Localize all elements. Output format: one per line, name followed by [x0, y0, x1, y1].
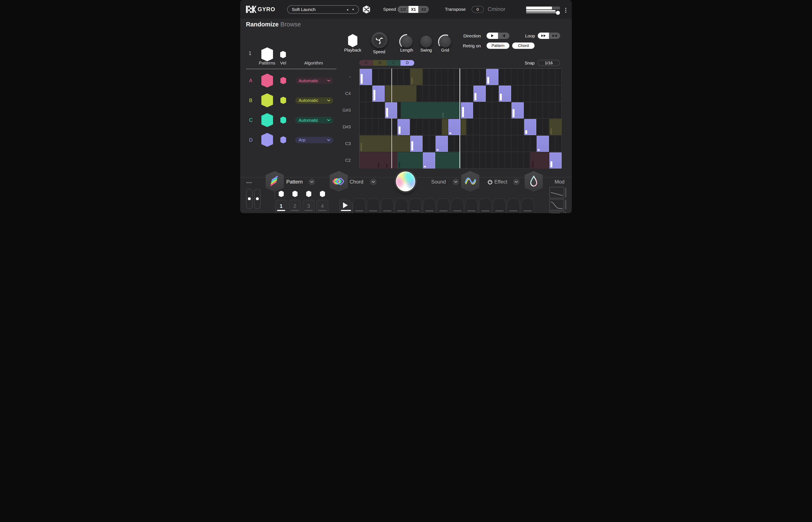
effect-section-hexagon[interactable] — [461, 171, 479, 192]
swing-knob[interactable] — [420, 36, 432, 47]
mod-panel-1-fader[interactable] — [565, 188, 566, 198]
step-button-6[interactable] — [423, 198, 436, 213]
preset-prev-icon[interactable]: ▲ — [346, 8, 349, 11]
mod-section-hexagon[interactable] — [524, 171, 543, 192]
speed-option-x2[interactable]: X2 — [418, 6, 429, 13]
vel-master-hexagon[interactable] — [280, 51, 286, 58]
speed-option-x1[interactable]: X1 — [409, 6, 418, 13]
step-button-1[interactable] — [353, 198, 366, 213]
randomize-preset-icon[interactable] — [362, 5, 371, 14]
volume-slider-track[interactable] — [526, 13, 560, 13]
chord-chevron-down-icon[interactable] — [370, 179, 377, 185]
mod-section-label[interactable]: Mod — [555, 179, 565, 185]
step-button-2[interactable] — [367, 198, 380, 213]
step-button-11[interactable] — [493, 198, 506, 213]
note-step-5[interactable] — [423, 153, 435, 168]
step-button-7[interactable] — [437, 198, 450, 213]
transpose-value-field[interactable]: 0 — [472, 6, 484, 13]
note-step-7[interactable] — [448, 119, 460, 135]
note-step-2[interactable] — [385, 102, 397, 118]
note-step-0[interactable] — [360, 69, 372, 85]
algorithm-dropdown-C[interactable]: Automatic — [295, 117, 333, 123]
slot-hexagon-4[interactable] — [320, 191, 325, 197]
mod-shape-panel-1[interactable] — [549, 187, 564, 198]
note-step-15[interactable] — [549, 153, 562, 168]
direction-backward-button[interactable] — [498, 33, 509, 39]
note-step-14[interactable] — [537, 136, 549, 152]
step-button-9[interactable] — [465, 198, 478, 213]
layer-tab-A[interactable]: A — [359, 60, 373, 66]
pattern-section-label[interactable]: Pattern — [286, 179, 303, 185]
algorithm-dropdown-B[interactable]: Automatic — [295, 97, 333, 104]
tab-randomize[interactable]: Randomize — [246, 21, 279, 28]
mod-wheel[interactable] — [254, 189, 260, 209]
pattern-slot-button-1[interactable]: 1 — [275, 200, 287, 213]
mod-panel-3-fader[interactable] — [565, 212, 566, 213]
slot-hexagon-3[interactable] — [306, 191, 311, 197]
sound-chevron-down-icon[interactable] — [453, 179, 459, 185]
chord-section-label[interactable]: Chord — [350, 179, 363, 185]
pattern-slot-button-3[interactable]: 3 — [303, 200, 315, 213]
row-vel-hexagon-C[interactable] — [280, 117, 286, 124]
mod-shape-panel-2[interactable] — [549, 199, 564, 210]
slot-hexagon-2[interactable] — [293, 191, 298, 197]
retrig-pattern-button[interactable]: Pattern — [487, 42, 509, 49]
step-button-3[interactable] — [381, 198, 394, 213]
note-step-13[interactable] — [524, 119, 536, 135]
snap-value-selector[interactable]: 1/16 — [537, 60, 560, 66]
loop-pingpong-icon[interactable] — [549, 33, 560, 39]
volume-slider-handle[interactable] — [556, 11, 560, 15]
play-step-button[interactable] — [339, 200, 353, 213]
step-button-13[interactable] — [521, 198, 534, 213]
algorithm-dropdown-A[interactable]: Automatic — [295, 77, 333, 84]
note-step-11[interactable] — [499, 86, 511, 102]
note-step-8[interactable] — [461, 102, 473, 118]
algorithm-dropdown-D[interactable]: Arp — [295, 137, 333, 143]
note-step-9[interactable] — [473, 86, 486, 102]
note-step-10[interactable] — [486, 69, 498, 85]
chord-section-hexagon[interactable] — [330, 171, 348, 192]
step-button-10[interactable] — [479, 198, 492, 213]
slot-hexagon-1[interactable] — [279, 191, 284, 197]
direction-forward-button[interactable] — [487, 33, 498, 39]
pattern-chevron-down-icon[interactable] — [309, 179, 315, 185]
step-button-8[interactable] — [451, 198, 464, 213]
pattern-slot-button-2[interactable]: 2 — [289, 200, 301, 213]
pattern-slot-button-4[interactable]: 4 — [316, 200, 329, 213]
step-button-4[interactable] — [395, 198, 408, 213]
sound-section-label[interactable]: Sound — [431, 179, 446, 185]
pattern-section-hexagon[interactable] — [265, 171, 284, 192]
row-pattern-hexagon-C[interactable] — [261, 113, 273, 127]
length-knob[interactable] — [401, 36, 413, 47]
row-pattern-hexagon-D[interactable] — [261, 133, 273, 147]
note-step-3[interactable] — [398, 119, 410, 135]
effect-section-label[interactable]: Effect — [494, 179, 507, 185]
preset-next-icon[interactable]: ▼ — [352, 8, 354, 11]
piano-roll-grid[interactable] — [359, 68, 562, 168]
effect-chevron-down-icon[interactable] — [513, 179, 519, 185]
mod-panel-2-fader[interactable] — [565, 200, 566, 209]
row-vel-hexagon-B[interactable] — [280, 97, 286, 104]
step-button-5[interactable] — [409, 198, 422, 213]
more-options-icon[interactable] — [246, 180, 252, 184]
menu-kebab-icon[interactable] — [565, 7, 566, 14]
speed-option-half[interactable]: 1/2 — [398, 6, 409, 13]
row-vel-hexagon-A[interactable] — [280, 77, 286, 84]
grid-knob[interactable] — [439, 36, 451, 47]
preset-selector[interactable]: Soft Launch ▲ ▼ — [287, 5, 359, 14]
note-step-1[interactable] — [372, 86, 385, 102]
note-step-12[interactable] — [512, 102, 524, 118]
row-vel-hexagon-D[interactable] — [280, 136, 286, 144]
note-step-4[interactable] — [410, 136, 422, 152]
patterns-master-hexagon[interactable] — [261, 47, 273, 61]
retrig-chord-button[interactable]: Chord — [512, 42, 535, 49]
layer-tab-D[interactable]: D — [400, 60, 414, 66]
layer-tab-C[interactable]: C — [387, 60, 400, 66]
row-pattern-hexagon-A[interactable] — [261, 74, 273, 87]
speed-knob[interactable] — [371, 32, 388, 48]
effect-power-icon[interactable] — [487, 179, 493, 185]
step-button-12[interactable] — [507, 198, 520, 213]
row-pattern-hexagon-B[interactable] — [261, 94, 273, 107]
layer-tab-B[interactable]: B — [373, 60, 387, 66]
note-step-6[interactable] — [436, 136, 448, 152]
